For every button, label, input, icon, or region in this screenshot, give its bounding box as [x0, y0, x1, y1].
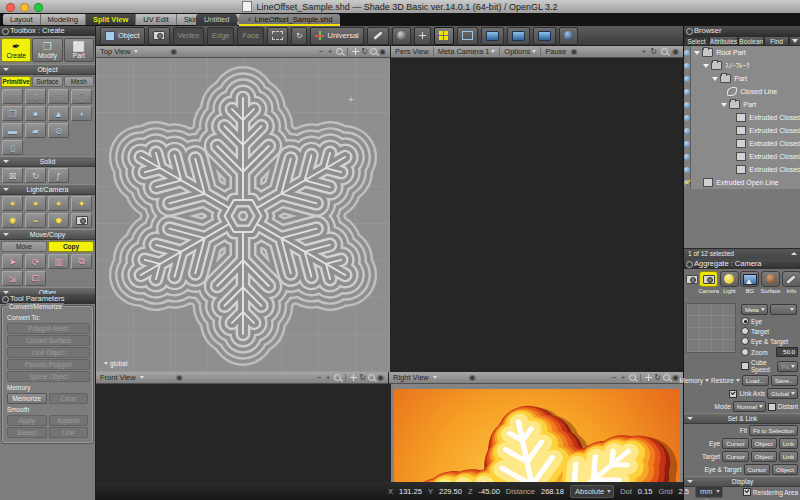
target-object-button[interactable]: Object: [751, 451, 777, 462]
visibility-dot[interactable]: [684, 76, 690, 82]
rect-tool-icon[interactable]: ⬚: [48, 89, 69, 104]
wireframe-display-button[interactable]: [457, 27, 478, 45]
camera-sub-dropdown[interactable]: [770, 304, 797, 315]
expander-icon[interactable]: [703, 64, 709, 68]
flood-light-tool-icon[interactable]: ✹: [48, 213, 69, 228]
distant-checkbox[interactable]: [768, 403, 776, 411]
zoom-area-icon[interactable]: [663, 374, 670, 381]
pers-pause-button[interactable]: Pause: [545, 47, 566, 56]
top-viewport[interactable]: + global: [96, 58, 390, 372]
cylinder-tool-icon[interactable]: ▰: [25, 123, 46, 138]
move-copy-section-header[interactable]: Move/Copy: [0, 229, 95, 240]
orbit-view-button[interactable]: [392, 27, 411, 45]
panel-collapse-icon[interactable]: [686, 261, 693, 268]
object-mode-button[interactable]: Object: [100, 27, 145, 45]
visibility-dot[interactable]: [684, 89, 690, 95]
move-tab[interactable]: Move: [1, 241, 47, 252]
eyetarget-object-button[interactable]: Object: [772, 464, 798, 475]
link-button[interactable]: Link: [49, 427, 89, 438]
append-button[interactable]: Append: [49, 415, 89, 426]
edge-mode-button[interactable]: Edge: [207, 27, 235, 45]
object-section-header[interactable]: Object: [0, 64, 95, 75]
linear-light-tool-icon[interactable]: ⌁: [25, 213, 46, 228]
face-mode-button[interactable]: Face: [237, 27, 264, 45]
magnifier-icon[interactable]: [661, 48, 668, 55]
browser-tab-select[interactable]: Select: [684, 36, 709, 46]
save-button[interactable]: Save...: [771, 375, 798, 386]
zoom-out-icon[interactable]: −: [317, 374, 322, 382]
tree-row-closed-line[interactable]: Closed Line: [691, 85, 800, 98]
restore-flyout[interactable]: Restore: [711, 377, 734, 384]
eye-radio[interactable]: [741, 317, 749, 325]
visibility-dot[interactable]: [684, 102, 690, 108]
pan-view-icon[interactable]: [645, 374, 652, 381]
meta-camera-dropdown[interactable]: Meta: [741, 304, 768, 315]
pers-view-label[interactable]: Pers View: [395, 47, 429, 56]
light-camera-section-header[interactable]: Light/Camera: [0, 184, 95, 195]
browser-tab-attributes[interactable]: Attributes: [709, 36, 738, 46]
doc-tab-untitled[interactable]: Untitled: [196, 14, 237, 26]
box-tool-icon[interactable]: ▬: [2, 123, 23, 138]
zoom-in-icon[interactable]: +: [621, 374, 626, 382]
visibility-dot[interactable]: [684, 115, 690, 121]
target-cursor-button[interactable]: Cursor: [722, 451, 749, 462]
unit-dropdown[interactable]: mm: [695, 485, 723, 498]
shaded-display-button[interactable]: [481, 27, 504, 45]
tab-layout[interactable]: Layout: [3, 14, 41, 25]
right-view-label[interactable]: Right View: [393, 373, 429, 382]
tree-row-extruded-closed[interactable]: Extruded Closed: [691, 124, 800, 137]
aggregate-tab-surface[interactable]: Surface: [761, 271, 781, 294]
camera-tool-icon[interactable]: [71, 213, 92, 228]
convert-polygon-mesh-button[interactable]: Polygon Mesh: [7, 323, 90, 334]
tree-row-extruded-closed[interactable]: Extruded Closed: [691, 137, 800, 150]
tree-row-extruded-closed[interactable]: Extruded Closed: [691, 163, 800, 176]
solid-revolve-tool-icon[interactable]: ƒ: [48, 168, 69, 183]
tab-uv-edit[interactable]: UV Edit: [136, 14, 176, 25]
visibility-dot[interactable]: [684, 154, 690, 160]
eye-target-radio[interactable]: [741, 337, 749, 345]
view-settings-icon[interactable]: ◉: [176, 374, 183, 382]
expander-icon[interactable]: [712, 77, 718, 81]
distant-light-tool-icon[interactable]: ✶: [48, 196, 69, 211]
sphere-tool-icon[interactable]: ●: [25, 106, 46, 121]
visibility-dot[interactable]: [684, 128, 690, 134]
magnifier-icon[interactable]: [336, 48, 343, 55]
area-light-tool-icon[interactable]: ✦: [71, 196, 92, 211]
zoom-area-icon[interactable]: [370, 48, 377, 55]
close-tab-icon[interactable]: ×: [247, 16, 251, 23]
eye-link-button[interactable]: Link: [779, 438, 798, 449]
point-light-tool-icon[interactable]: ✶: [2, 196, 23, 211]
clear-button[interactable]: Clear: [49, 393, 89, 404]
tree-row-part2[interactable]: Part: [691, 98, 800, 111]
tree-row-snowflake[interactable]: ｽﾉｰﾌﾚｰｸ: [691, 59, 800, 72]
fit-to-selection-button[interactable]: Fit to Selection: [749, 425, 798, 436]
view-menu-icon[interactable]: ◉: [379, 48, 386, 56]
cube-speed-checkbox[interactable]: [741, 362, 749, 370]
circle-tool-icon[interactable]: ◯: [71, 89, 92, 104]
magnifier-icon[interactable]: [629, 374, 636, 381]
doc-tab-lineoffset[interactable]: ×LineOffset_Sample.shd: [239, 14, 340, 26]
wedge-tool-icon[interactable]: ◖: [71, 106, 92, 121]
rotate-view-icon[interactable]: ↻: [361, 48, 368, 56]
visibility-dot[interactable]: [684, 141, 690, 147]
cone-tool-icon[interactable]: ▲: [48, 106, 69, 121]
aggregate-tab-bg[interactable]: BG: [740, 271, 759, 294]
tube-tool-icon[interactable]: ▯: [2, 140, 23, 155]
polyline-tool-icon[interactable]: ◠: [2, 89, 23, 104]
expander-icon[interactable]: [694, 51, 700, 55]
tree-row-root-part[interactable]: Root Part: [691, 46, 800, 59]
sweep-button[interactable]: Sweep: [7, 427, 47, 438]
tree-row-extruded-open-line[interactable]: Extruded Open Line: [691, 176, 800, 189]
universal-manipulator-button[interactable]: Universal: [310, 27, 363, 45]
visibility-dot[interactable]: [684, 50, 690, 56]
curve-tool-icon[interactable]: ↺: [25, 89, 46, 104]
create-mode-button[interactable]: ✒Create: [1, 38, 31, 62]
zoom-value-field[interactable]: 50.0: [776, 347, 798, 357]
rotate-copy-tool-icon[interactable]: ⟳: [25, 254, 46, 269]
part-mode-button[interactable]: ⬜Part: [64, 38, 94, 62]
copy-tab[interactable]: Copy: [48, 241, 94, 252]
primitive-tab[interactable]: Primitive: [1, 76, 31, 87]
eyetarget-cursor-button[interactable]: Cursor: [744, 464, 771, 475]
solid-sweep-tool-icon[interactable]: ↻: [25, 168, 46, 183]
pan-view-icon[interactable]: [352, 48, 359, 55]
